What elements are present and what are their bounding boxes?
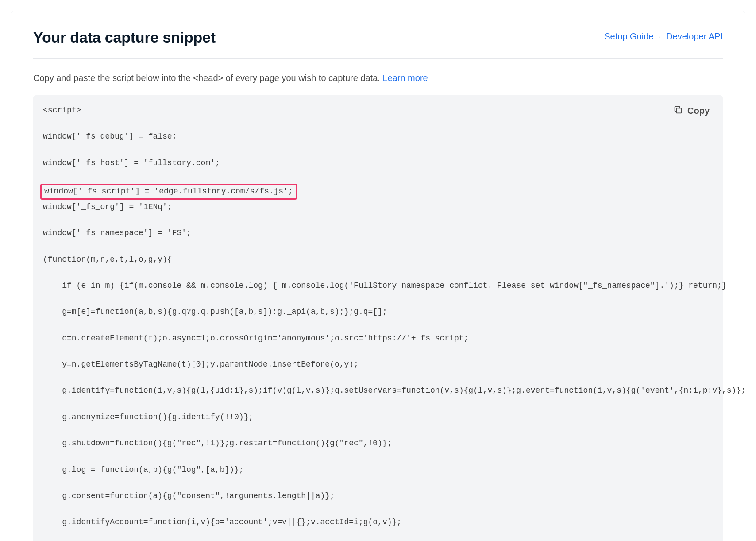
- code-line: g.anonymize=function(){g.identify(!!0)};: [43, 411, 713, 424]
- header-links: Setup Guide · Developer API: [604, 29, 723, 42]
- snippet-card: Your data capture snippet Setup Guide · …: [11, 11, 745, 541]
- code-block: Copy <script> window['_fs_debug'] = fals…: [33, 95, 723, 541]
- code-line-highlighted: window['_fs_script'] = 'edge.fullstory.c…: [40, 184, 297, 200]
- separator-dot: ·: [656, 31, 664, 41]
- copy-button[interactable]: Copy: [671, 103, 712, 119]
- copy-button-label: Copy: [687, 106, 710, 116]
- code-line: window['_fs_host'] = 'fullstory.com';: [43, 157, 713, 170]
- developer-api-link[interactable]: Developer API: [666, 31, 723, 41]
- code-line: g.identify=function(i,v,s){g(l,{uid:i},s…: [43, 384, 713, 398]
- code-line: y=n.getElementsByTagName(t)[0];y.parentN…: [43, 358, 713, 371]
- code-line: g.log = function(a,b){g("log",[a,b])};: [43, 464, 713, 477]
- code-line: g.shutdown=function(){g("rec",!1)};g.res…: [43, 437, 713, 450]
- code-line: (function(m,n,e,t,l,o,g,y){: [43, 253, 713, 267]
- setup-guide-link[interactable]: Setup Guide: [604, 31, 653, 41]
- instructions-body: Copy and paste the script below into the…: [33, 73, 382, 83]
- code-line: <script>: [43, 104, 713, 117]
- code-line: if (e in m) {if(m.console && m.console.l…: [43, 279, 713, 293]
- code-line: g=m[e]=function(a,b,s){g.q?g.q.push([a,b…: [43, 305, 713, 319]
- code-line: window['_fs_org'] = '1ENq';: [43, 201, 713, 214]
- code-line: g.consent=function(a){g("consent",!argum…: [43, 490, 713, 503]
- code-content[interactable]: <script> window['_fs_debug'] = false; wi…: [43, 104, 713, 541]
- learn-more-link[interactable]: Learn more: [382, 73, 428, 83]
- svg-rect-0: [676, 108, 681, 113]
- header-row: Your data capture snippet Setup Guide · …: [33, 29, 723, 59]
- page-title: Your data capture snippet: [33, 29, 216, 46]
- code-line: g.identifyAccount=function(i,v){o='accou…: [43, 516, 713, 529]
- instructions-text: Copy and paste the script below into the…: [33, 71, 723, 85]
- copy-icon: [673, 105, 683, 117]
- code-line: window['_fs_namespace'] = 'FS';: [43, 227, 713, 240]
- code-line: o=n.createElement(t);o.async=1;o.crossOr…: [43, 332, 713, 345]
- code-line: window['_fs_debug'] = false;: [43, 130, 713, 143]
